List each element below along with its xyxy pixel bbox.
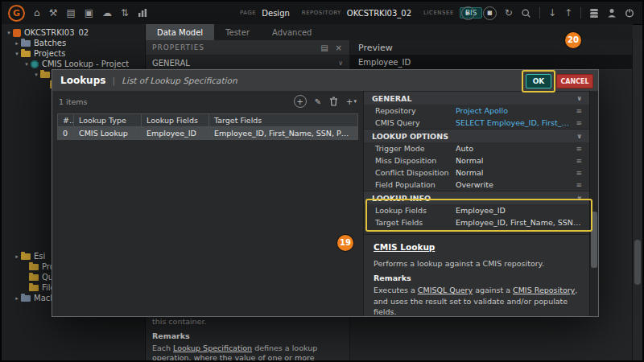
repository-root-icon xyxy=(13,29,21,37)
user-icon[interactable] xyxy=(607,8,617,18)
dialog-subtitle: List of Lookup Specification xyxy=(122,76,237,85)
tree-item-projects[interactable]: ▾ Projects xyxy=(2,48,145,59)
row-menu-icon[interactable]: ≡ xyxy=(576,181,582,189)
main-tabs: Data Model Tester Advanced xyxy=(146,24,633,41)
title-separator: | xyxy=(112,76,115,86)
section-lookup-info[interactable]: LOOKUP INFO ∨ xyxy=(364,191,590,204)
scrollbar-thumb[interactable] xyxy=(634,240,641,285)
save-icon[interactable]: ▤ xyxy=(66,8,75,18)
search-icon[interactable] xyxy=(521,8,531,19)
close-icon[interactable]: × xyxy=(336,43,343,52)
folder-icon xyxy=(21,295,31,302)
annotation-callout-20: 20 xyxy=(565,32,581,48)
expander-icon[interactable]: ▾ xyxy=(5,30,13,36)
cloud-upload-icon[interactable]: ☁ xyxy=(102,8,112,18)
delete-item-button[interactable] xyxy=(329,97,338,106)
preview-header: Preview xyxy=(350,40,633,56)
dialog-title: Lookups xyxy=(60,75,105,86)
remarks-heading: Remarks xyxy=(374,273,580,283)
folder-icon xyxy=(29,274,39,281)
transfer-icon[interactable]: ⇅ xyxy=(121,8,129,18)
row-menu-icon[interactable]: ≡ xyxy=(576,119,582,127)
chevron-down-icon: ∨ xyxy=(577,195,583,202)
folder-icon xyxy=(21,51,31,57)
prop-miss-disposition[interactable]: Miss Disposition Normal ≡ xyxy=(364,154,590,167)
grooper-logo: G xyxy=(8,5,25,22)
ok-button[interactable]: OK xyxy=(526,74,551,88)
licensee-label: LICENSEE xyxy=(423,10,454,16)
tab-data-model[interactable]: Data Model xyxy=(146,24,214,40)
properties-scrollbar[interactable] xyxy=(589,91,598,316)
help-text-bottom: this container. Remarks Each Lookup Spec… xyxy=(152,317,341,362)
prop-trigger-mode[interactable]: Trigger Mode Auto ≡ xyxy=(364,142,590,154)
help-description: Performs a lookup against a CMIS reposit… xyxy=(374,258,580,269)
tree-item-root[interactable]: ▾ OKCSTRKI03_02 xyxy=(2,27,145,38)
expander-icon[interactable]: ▸ xyxy=(13,40,21,47)
tree-item-batches[interactable]: ▸ Batches xyxy=(2,38,145,48)
list-toolbar: 1 items + ✎ +▾ xyxy=(52,91,363,112)
prop-cmis-query[interactable]: CMIS Query SELECT Employee_ID, First_Nam… xyxy=(364,117,590,129)
lookup-list-table: # Lookup Type Lookup Fields Target Field… xyxy=(57,113,358,140)
home-icon[interactable]: ⌂ xyxy=(34,8,40,18)
toolbar-divider xyxy=(539,7,540,19)
expander-icon[interactable]: ▸ xyxy=(13,253,21,260)
table-header-row: # Lookup Type Lookup Fields Target Field… xyxy=(58,114,358,127)
caret-down-icon: ▾ xyxy=(353,98,357,105)
play-button[interactable]: ▶ xyxy=(461,6,475,20)
cmisql-query-link[interactable]: CMISQL Query xyxy=(418,286,473,294)
prop-lookup-fields[interactable]: Lookup Fields Employee_ID xyxy=(364,204,590,216)
prop-conflict-disposition[interactable]: Conflict Disposition Normal ≡ xyxy=(364,167,590,179)
section-general[interactable]: GENERAL ∨ xyxy=(364,91,590,105)
folder-icon xyxy=(40,72,50,78)
prop-repository[interactable]: Repository Project Apollo ≡ xyxy=(364,105,590,117)
expander-icon[interactable]: ▾ xyxy=(13,51,21,57)
remarks-heading: Remarks xyxy=(152,331,341,342)
table-row[interactable]: 0 CMIS Lookup Employee_ID Employee_ID, F… xyxy=(58,127,358,140)
chevron-down-icon: ∨ xyxy=(577,95,583,102)
grid-icon[interactable]: ▤ xyxy=(320,43,328,52)
download-icon[interactable]: ↓ xyxy=(548,8,556,18)
tools-icon[interactable]: ⚒ xyxy=(49,8,58,18)
prop-field-population[interactable]: Field Population Overwrite ≡ xyxy=(364,179,590,191)
help-remarks-paragraph: Executes a CMISQL Query against a CMIS R… xyxy=(374,285,580,316)
remarks-paragraph: Each Lookup Specification defines a look… xyxy=(152,343,341,362)
properties-general-row[interactable]: GENERAL ∨ xyxy=(146,55,349,70)
prop-target-fields[interactable]: Target Fields Employee_ID, First_Name, S… xyxy=(364,216,590,228)
main-scrollbar[interactable] xyxy=(632,40,642,360)
package-icon[interactable]: ▣ xyxy=(85,8,93,18)
chevron-down-icon: ∨ xyxy=(338,60,343,67)
tab-tester[interactable]: Tester xyxy=(214,24,261,40)
row-menu-icon[interactable]: ≡ xyxy=(576,145,582,153)
page-label: PAGE xyxy=(240,10,256,16)
power-icon[interactable] xyxy=(625,8,634,18)
column-header-index: # xyxy=(58,114,74,127)
row-menu-icon[interactable]: ≡ xyxy=(576,169,582,177)
folder-icon xyxy=(21,40,31,47)
expander-icon[interactable]: ▸ xyxy=(13,295,21,302)
upload-icon[interactable]: ↑ xyxy=(564,8,572,18)
cmis-repository-link[interactable]: CMIS Repository xyxy=(513,286,575,294)
section-lookup-options[interactable]: LOOKUP OPTIONS ∨ xyxy=(364,129,590,142)
stop-button[interactable]: ■ xyxy=(483,6,497,20)
folder-icon xyxy=(29,264,39,270)
lookup-specification-link[interactable]: Lookup Specification xyxy=(173,343,252,352)
expander-icon[interactable]: ▾ xyxy=(32,72,40,78)
database-icon[interactable] xyxy=(589,8,599,19)
refresh-icon[interactable]: ↻ xyxy=(505,8,513,18)
help-title-link[interactable]: CMIS Lookup xyxy=(374,241,580,253)
cancel-button[interactable]: CANCEL xyxy=(556,74,593,88)
preview-field-row[interactable]: Employee_ID xyxy=(350,56,633,70)
row-menu-icon[interactable]: ≡ xyxy=(576,157,582,165)
stats-icon[interactable] xyxy=(138,8,147,18)
expander-icon[interactable]: ▾ xyxy=(23,61,31,68)
scrollbar-thumb[interactable] xyxy=(591,212,597,268)
context-info: PAGE Design REPOSITORY OKCSTRKI03_02 LIC… xyxy=(240,2,482,24)
edit-item-button[interactable]: ✎ xyxy=(315,97,321,106)
items-count: 1 items xyxy=(59,97,87,106)
add-item-button[interactable]: + xyxy=(294,95,307,108)
help-panel: CMIS Lookup Performs a lookup against a … xyxy=(364,234,590,316)
add-dropdown-button[interactable]: +▾ xyxy=(346,97,357,106)
row-menu-icon[interactable]: ≡ xyxy=(576,107,582,115)
tree-item-cmis-lookup-project[interactable]: ▾ CMIS Lookup - Project xyxy=(2,59,145,69)
tab-advanced[interactable]: Advanced xyxy=(261,24,323,40)
